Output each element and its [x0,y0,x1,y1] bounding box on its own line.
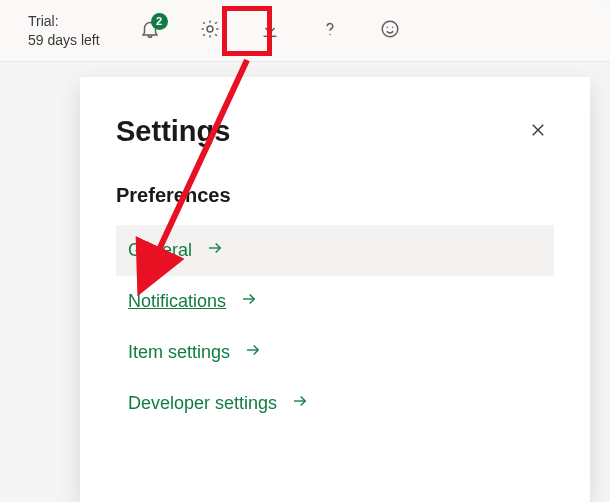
settings-panel: Settings Preferences General Notificatio… [80,77,590,502]
pref-item-developer-settings[interactable]: Developer settings [116,378,554,429]
panel-header: Settings [116,115,554,148]
arrow-right-icon [206,239,224,262]
arrow-right-icon [291,392,309,415]
gear-icon [199,18,221,44]
pref-item-general[interactable]: General [116,225,554,276]
download-icon [259,18,281,44]
download-button[interactable] [248,9,292,53]
pref-label: Notifications [128,291,226,312]
panel-title: Settings [116,115,230,148]
svg-point-4 [392,26,393,27]
pref-label: Developer settings [128,393,277,414]
close-button[interactable] [522,116,554,148]
trial-status: Trial: 59 days left [14,12,100,48]
section-title: Preferences [116,184,554,207]
settings-button[interactable] [188,9,232,53]
help-icon [319,18,341,44]
smiley-icon [379,18,401,44]
notifications-button[interactable]: 2 [128,9,172,53]
svg-point-2 [382,21,398,37]
pref-item-item-settings[interactable]: Item settings [116,327,554,378]
svg-point-3 [386,26,387,27]
feedback-button[interactable] [368,9,412,53]
pref-label: General [128,240,192,261]
trial-line-1: Trial: [28,13,59,29]
close-icon [529,121,547,143]
arrow-right-icon [240,290,258,313]
svg-point-1 [329,33,330,34]
help-button[interactable] [308,9,352,53]
notification-badge: 2 [151,13,168,30]
svg-point-0 [207,26,213,32]
pref-item-notifications[interactable]: Notifications [116,276,554,327]
trial-line-2: 59 days left [28,31,100,49]
top-toolbar: Trial: 59 days left 2 [0,0,610,62]
pref-label: Item settings [128,342,230,363]
arrow-right-icon [244,341,262,364]
